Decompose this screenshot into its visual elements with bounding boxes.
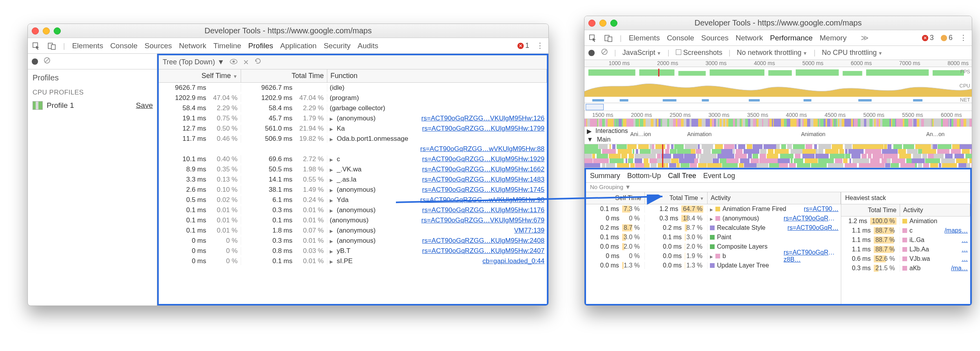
expand-icon[interactable] [710,206,713,213]
profile-row[interactable]: 8.9 ms0.35 %50.5 ms1.98 %_.VK.wars=ACT90… [159,164,547,175]
flame-bar[interactable] [584,149,601,154]
flame-bar[interactable] [875,163,884,168]
flame-bar[interactable] [915,144,931,149]
flame-bar[interactable] [617,163,630,168]
flame-bar[interactable] [703,149,711,154]
flame-bar[interactable] [715,144,723,149]
flame-bar[interactable] [912,158,924,163]
profile-row[interactable]: 0 ms0 %0.1 ms0.01 %sI.PEcb=gapi.loaded_0… [159,256,547,266]
flame-segment[interactable] [898,119,900,127]
source-link[interactable]: rs=ACT90oGqR… [788,224,838,231]
flame-bar[interactable] [698,163,706,168]
inspect-icon[interactable] [588,34,597,42]
bottom-tab-event-log[interactable]: Event Log [703,172,735,180]
flame-bar[interactable] [818,158,834,163]
close-icon[interactable]: ✕ [243,58,249,67]
calltree-row[interactable]: 0.2 ms8.7 %0.2 ms8.7 %Recalculate Styler… [586,223,841,233]
flame-bar[interactable] [903,144,914,149]
flame-bar[interactable] [811,163,827,168]
flame-bar[interactable] [849,158,851,163]
tab-sources[interactable]: Sources [701,34,729,42]
flame-bar[interactable] [818,149,823,154]
flame-bar[interactable] [915,163,917,168]
flame-bar[interactable] [873,154,883,158]
flame-segment[interactable] [753,119,756,127]
flame-bar[interactable] [960,144,972,149]
flame-bar[interactable] [845,144,852,149]
profile-row[interactable]: 10.1 ms0.40 %69.6 ms2.72 %crs=ACT90oGqRZ… [159,154,547,164]
flame-bar[interactable] [721,149,732,154]
flame-segment[interactable] [960,119,964,127]
tab-console[interactable]: Console [667,34,694,42]
source-link[interactable]: rs=ACT90oGqRZGG…KUlgM95Hw:1929 [422,155,544,163]
flame-bar[interactable] [805,158,818,163]
flame-mini[interactable] [584,119,972,127]
flame-bar[interactable] [853,158,869,163]
expand-icon[interactable] [330,115,334,122]
record-icon[interactable] [32,58,38,65]
flame-bar[interactable] [797,163,810,168]
main-track-header[interactable]: ▼ Main [584,135,972,144]
flame-bar[interactable] [923,163,929,168]
flame-bar[interactable] [816,149,818,154]
flame-bar[interactable] [621,154,627,158]
flame-bar[interactable] [893,144,902,149]
flame-segment[interactable] [820,119,824,127]
heaviest-row[interactable]: 1.1 ms88.7 %LJb.Aa… [841,245,970,254]
col-function[interactable]: Function [327,69,547,82]
flame-bar[interactable] [651,154,656,158]
profile-row[interactable]: 9626.7 ms9626.7 ms(idle) [159,83,547,93]
flame-bar[interactable] [628,158,633,163]
flame-bar[interactable] [843,158,848,163]
flame-bar[interactable] [939,163,941,168]
network-throttle-dropdown[interactable]: No network throttling [737,49,807,57]
profile-row[interactable]: 58.4 ms2.29 %58.4 ms2.29 %(garbage colle… [159,103,547,113]
flame-segment[interactable] [855,119,858,127]
profile-row[interactable]: 2.6 ms0.10 %38.1 ms1.49 %(anonymous)rs=A… [159,185,547,195]
flame-bar[interactable] [640,149,651,154]
overview-ruler[interactable]: 1000 ms2000 ms3000 ms4000 ms5000 ms6000 … [584,60,972,67]
expand-icon[interactable] [710,253,713,260]
flame-bar[interactable] [892,158,905,163]
flame-bar[interactable] [791,158,792,163]
flame-bar[interactable] [633,149,634,154]
flame-bar[interactable] [630,163,635,168]
flame-bar[interactable] [969,158,972,163]
flame-bar[interactable] [610,144,611,149]
heaviest-row[interactable]: 0.3 ms21.5 %aKb/ma… [841,264,970,273]
flame-segment[interactable] [913,119,916,127]
calltree-row[interactable]: 0 ms0 %0.0 ms1.9 %brs=ACT90oGqRZGGxuWo-z… [586,251,841,261]
flame-bar[interactable] [597,154,608,158]
flame-bar[interactable] [848,149,864,154]
eye-icon[interactable] [230,58,238,66]
device-toggle-icon[interactable] [47,42,56,50]
flame-segment[interactable] [684,119,686,127]
flame-bar[interactable] [697,154,700,158]
expand-icon[interactable] [330,227,334,235]
flame-bar[interactable] [612,144,615,149]
flame-bar[interactable] [900,163,915,168]
flame-segment[interactable] [774,119,777,127]
flame-bar[interactable] [891,163,899,168]
source-link[interactable]: rs=ACT90oGqRZGGxuWo-z8B… [784,249,838,263]
flame-bar[interactable] [828,163,843,168]
flame-bar[interactable] [629,154,633,158]
flame-bar[interactable] [922,154,927,158]
screenshots-checkbox[interactable]: Screenshots [676,49,722,57]
flame-bar[interactable] [942,163,957,168]
flame-bar[interactable] [618,149,632,154]
flame-bar[interactable] [671,158,679,163]
flame-bar[interactable] [644,158,648,163]
flame-bar[interactable] [759,158,775,163]
expand-icon[interactable] [330,237,334,245]
flame-bar[interactable] [859,163,875,168]
flame-bar[interactable] [627,144,637,149]
calltree-row[interactable]: 0 ms0 %0.3 ms18.4 %(anonymous)rs=ACT90oG… [586,214,841,223]
flame-bar[interactable] [862,154,867,158]
profile-row[interactable]: 0 ms0 %0.8 ms0.03 %yB.Trs=ACT90oGqRZGG…K… [159,246,547,256]
flame-bar[interactable] [794,158,803,163]
save-link[interactable]: Save [136,101,153,110]
cpu-throttle-dropdown[interactable]: No CPU throttling [822,49,882,57]
profile-row[interactable]: 0.1 ms0.01 %0.1 ms0.01 %(anonymous)rs=AC… [159,215,547,226]
flame-bar[interactable] [724,144,734,149]
